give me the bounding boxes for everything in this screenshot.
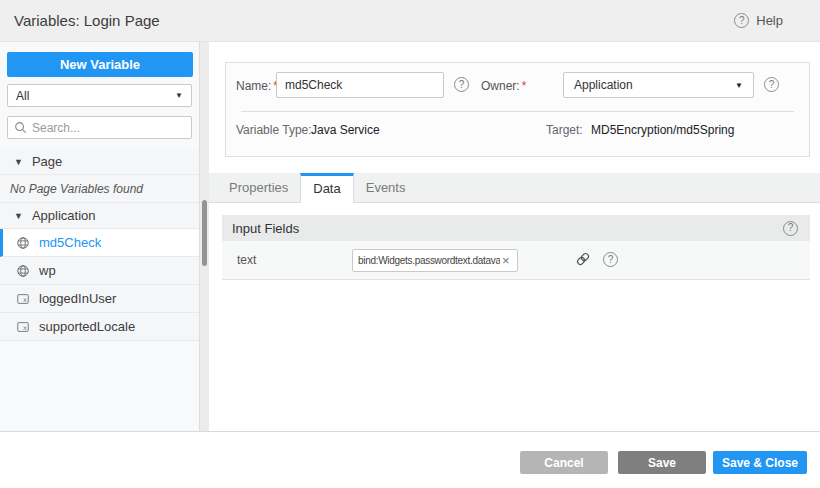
- save-button[interactable]: Save: [618, 451, 706, 474]
- owner-label: Owner:*: [481, 79, 526, 93]
- variable-filter-select[interactable]: All ▼: [7, 84, 192, 107]
- tree-item-label: md5Check: [39, 235, 101, 250]
- help-icon: ?: [734, 13, 749, 28]
- dialog-footer: Cancel Save Save & Close: [0, 431, 820, 488]
- name-help-icon[interactable]: ?: [454, 77, 469, 92]
- tab-data[interactable]: Data: [300, 173, 353, 203]
- tree-group-application[interactable]: ▼ Application: [0, 203, 199, 229]
- required-asterisk: *: [522, 79, 527, 93]
- tree-group-page[interactable]: ▼ Page: [0, 149, 199, 175]
- new-variable-button[interactable]: New Variable: [7, 52, 193, 77]
- input-fields-body: text × ?: [222, 241, 810, 280]
- model-variable-icon: x: [16, 320, 30, 334]
- field-name-text: text: [237, 253, 256, 267]
- owner-select[interactable]: Application ▼: [563, 72, 754, 98]
- dialog-header: Variables: Login Page ? Help: [0, 0, 820, 42]
- variables-tree: ▼ Page No Page Variables found ▼ Applica…: [0, 149, 199, 341]
- cancel-button[interactable]: Cancel: [520, 451, 608, 474]
- variable-filter-value: All: [16, 89, 29, 103]
- tab-properties[interactable]: Properties: [217, 173, 300, 203]
- bind-expression-input[interactable]: [358, 255, 500, 266]
- tree-group-label: Page: [32, 154, 62, 169]
- target-value: MD5Encryption/md5Spring: [591, 123, 734, 137]
- variable-search[interactable]: [7, 116, 192, 139]
- save-and-close-button[interactable]: Save & Close: [713, 451, 807, 474]
- name-label: Name:*: [236, 79, 278, 93]
- search-icon: [14, 121, 27, 134]
- page-variables-empty-message: No Page Variables found: [0, 175, 199, 203]
- page-title: Variables: Login Page: [14, 12, 160, 29]
- input-fields-help-icon[interactable]: ?: [783, 221, 798, 236]
- variables-dialog: Variables: Login Page ? Help New Variabl…: [0, 0, 820, 488]
- input-fields-section: Input Fields ? text × ?: [222, 215, 810, 280]
- owner-select-value: Application: [574, 78, 633, 92]
- tree-item-wp[interactable]: wp: [0, 257, 199, 285]
- variable-type-value: Java Service: [311, 123, 380, 137]
- model-variable-icon: x: [16, 292, 30, 306]
- java-service-icon: [16, 236, 30, 250]
- tab-events[interactable]: Events: [354, 173, 418, 203]
- variable-type-label: Variable Type:: [236, 123, 312, 137]
- variable-summary-panel: Name:* ? Owner:* Application ▼ ? Variabl…: [225, 62, 810, 157]
- tree-caret-icon: ▼: [14, 211, 23, 221]
- detail-tabbar: Properties Data Events: [209, 173, 820, 203]
- svg-text:x: x: [23, 296, 27, 304]
- chevron-down-icon: ▼: [735, 81, 743, 90]
- chevron-down-icon: ▼: [175, 91, 183, 100]
- tree-item-md5check[interactable]: md5Check: [0, 229, 199, 257]
- help-button[interactable]: ? Help: [734, 13, 783, 28]
- input-fields-header: Input Fields ?: [222, 215, 810, 241]
- help-label: Help: [756, 13, 783, 28]
- search-input[interactable]: [32, 121, 182, 135]
- bind-link-icon[interactable]: [575, 251, 591, 271]
- bind-expression-field[interactable]: ×: [352, 249, 518, 272]
- tree-item-loggedinuser[interactable]: x loggedInUser: [0, 285, 199, 313]
- field-help-icon[interactable]: ?: [603, 252, 618, 267]
- variables-sidebar: New Variable All ▼ ▼ Page No Page Variab…: [0, 42, 200, 431]
- scrollbar-thumb[interactable]: [202, 200, 207, 266]
- target-label: Target:: [546, 123, 583, 137]
- tree-group-label: Application: [32, 208, 96, 223]
- tree-item-label: wp: [39, 263, 56, 278]
- owner-help-icon[interactable]: ?: [764, 77, 779, 92]
- name-field[interactable]: [276, 72, 444, 98]
- java-service-icon: [16, 264, 30, 278]
- variable-detail-panel: Name:* ? Owner:* Application ▼ ? Variabl…: [209, 42, 820, 431]
- tree-item-supportedlocale[interactable]: x supportedLocale: [0, 313, 199, 341]
- panel-divider-line: [241, 111, 794, 112]
- clear-binding-icon[interactable]: ×: [500, 254, 510, 267]
- tree-caret-icon: ▼: [14, 157, 23, 167]
- panel-divider: [200, 42, 209, 431]
- tree-item-label: loggedInUser: [39, 291, 116, 306]
- input-fields-title: Input Fields: [232, 221, 299, 236]
- svg-text:x: x: [23, 324, 27, 332]
- tree-item-label: supportedLocale: [39, 319, 135, 334]
